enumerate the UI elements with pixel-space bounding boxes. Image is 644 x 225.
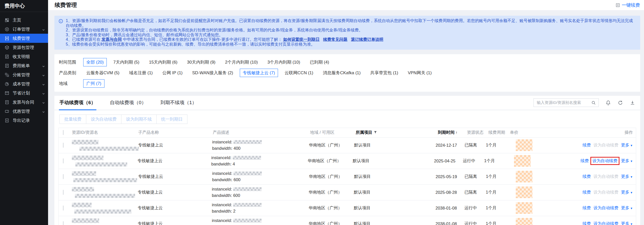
caret-down-icon: ▼ xyxy=(630,144,633,147)
bell-icon[interactable] xyxy=(606,100,611,105)
download-icon[interactable] xyxy=(630,100,635,105)
toolbar-unify-expire-date-button[interactable]: 统一到期日 xyxy=(156,115,187,124)
info-icon xyxy=(58,19,63,24)
resource-name-redacted xyxy=(75,194,135,198)
topbar: 续费管理 一键续费 xyxy=(48,0,644,10)
unit-price-cell xyxy=(507,186,583,198)
product-category-option[interactable]: 域名注册 (1) xyxy=(126,69,156,77)
instance-id-redacted xyxy=(233,219,262,222)
renew-link[interactable]: 续费 xyxy=(583,142,591,148)
time-range-option[interactable]: 3个月内到期 (10) xyxy=(264,58,303,66)
set-auto-renew-link[interactable]: 设为自动续费 xyxy=(593,205,618,211)
invoices-contracts-link[interactable]: 发票与合同 xyxy=(101,37,122,42)
row-checkbox[interactable] xyxy=(63,143,63,148)
set-auto-renew-link[interactable]: 设为自动续费 xyxy=(592,158,617,163)
time-range-option[interactable]: 已到期 (4) xyxy=(307,58,332,66)
search-icon[interactable] xyxy=(591,100,596,105)
tab-expire-nonrenew[interactable]: 到期不续项（1） xyxy=(160,96,197,110)
set-auto-renew-link[interactable]: 设为自动续费 xyxy=(593,174,618,179)
filter-funnel-icon[interactable] xyxy=(374,131,377,134)
instance-id-line: instanceId: xyxy=(212,187,306,192)
sidebar-item-cost-allocation[interactable]: 分账管理 xyxy=(0,70,48,79)
unify-expire-help-link[interactable]: 如何设置统一到期日 xyxy=(283,37,320,42)
renew-link[interactable]: 续费 xyxy=(583,221,591,225)
toolbar-set-expire-nonrenew-button[interactable]: 设为到期不续 xyxy=(121,115,157,124)
select-all-checkbox[interactable] xyxy=(63,130,63,135)
time-range-option[interactable]: 7天内到期 (5) xyxy=(110,58,142,66)
renew-link[interactable]: 续费 xyxy=(583,190,591,195)
search-input[interactable] xyxy=(536,100,591,105)
refresh-icon[interactable] xyxy=(618,100,623,105)
resource-name-redacted xyxy=(73,178,137,182)
sidebar-item-savings-plan[interactable]: 节省计划 xyxy=(0,88,48,98)
row-checkbox[interactable] xyxy=(63,158,63,163)
time-range-option[interactable]: 全部 (20) xyxy=(83,58,107,66)
bandwidth-line: bandwidth: 4 xyxy=(211,162,305,166)
sidebar-item-discounts[interactable]: 优惠管理 xyxy=(0,107,48,116)
tab-manual-renew[interactable]: 手动续费项（6） xyxy=(59,96,96,110)
product-category-option[interactable]: 共享带宽包 (1) xyxy=(367,69,401,77)
sidebar-item-bills[interactable]: 费用账单 xyxy=(0,61,48,70)
more-link[interactable]: 更多▼ xyxy=(621,174,633,179)
product-category-option[interactable]: 专线敏捷上云 (7) xyxy=(240,69,278,77)
notice-line-4: 4、已续费资源可在 发票与合同 中申请发票与合同，已续费未生效的订单可在以下操作… xyxy=(66,37,636,42)
product-category-option[interactable]: 公网 IP (1) xyxy=(159,69,186,77)
row-checkbox[interactable] xyxy=(63,174,63,179)
product-category-option[interactable]: 云联网CCN (1) xyxy=(282,69,316,77)
renew-faq-link[interactable]: 续费常见问题 xyxy=(323,37,348,42)
tab-auto-renew[interactable]: 自动续费项（0） xyxy=(110,96,146,110)
sidebar-item-export-records[interactable]: 导出记录 xyxy=(0,116,48,125)
more-link[interactable]: 更多▼ xyxy=(621,205,633,211)
product-category-option[interactable]: 消息服务CKafka (1) xyxy=(320,69,363,77)
sidebar-item-home[interactable]: 主页 xyxy=(0,15,48,25)
set-auto-renew-link[interactable]: 设为自动续费 xyxy=(593,221,618,225)
resource-name-redacted xyxy=(75,162,127,166)
sidebar-item-resource-packages[interactable]: 资源包管理 xyxy=(0,43,48,52)
renewal-icon xyxy=(5,36,9,41)
set-auto-renew-link[interactable]: 设为自动续费 xyxy=(593,190,618,195)
renew-link[interactable]: 续费 xyxy=(583,174,591,179)
column-header-label: 单价 xyxy=(510,130,518,135)
sidebar-item-cost-management[interactable]: 成本管理 xyxy=(0,79,48,88)
instance-id-line: instanceId: xyxy=(212,218,306,223)
more-link[interactable]: 更多▼ xyxy=(621,158,633,164)
chevron-down-icon xyxy=(42,82,45,85)
product-description-cell: instanceId: bandwidth: 400 xyxy=(212,140,309,151)
sidebar-item-renewal[interactable]: 续费管理 xyxy=(0,34,48,43)
instance-id-redacted xyxy=(233,203,262,207)
region-option[interactable]: 广州 (7) xyxy=(83,79,104,88)
more-link[interactable]: 更多▼ xyxy=(621,190,633,195)
sidebar-item-orders[interactable]: 订单管理 xyxy=(0,25,48,34)
action-cell: 续费设为自动续费更多▼ xyxy=(581,157,636,165)
sidebar-item-invoices-contracts[interactable]: 发票与合同 xyxy=(0,98,48,107)
tabs: 手动续费项（6）自动续费项（0）到期不续项（1） xyxy=(59,96,211,110)
unsubscribe-help-link[interactable]: 退订续费订单说明 xyxy=(351,37,383,42)
resource-id-redacted xyxy=(72,140,98,144)
renew-cycle: 1个月 xyxy=(486,142,507,148)
sidebar-item-transactions[interactable]: 收支明细 xyxy=(0,52,48,61)
time-range-option[interactable]: 15天内到期 (6) xyxy=(146,58,180,66)
renew-link[interactable]: 续费 xyxy=(583,205,591,211)
product-description-cell: instanceId: bandwidth: 600 xyxy=(212,187,309,198)
envelope-icon xyxy=(5,91,9,96)
sort-asc-icon[interactable]: ↑ xyxy=(456,130,458,135)
row-checkbox[interactable] xyxy=(63,190,63,195)
instance-id-label: instanceId: xyxy=(212,140,233,144)
product-category-option[interactable]: VPN网关 (1) xyxy=(405,69,435,77)
toolbar-batch-renew-button[interactable]: 批量续费 xyxy=(59,115,86,124)
product-category-option[interactable]: 云服务器CVM (5) xyxy=(83,69,122,77)
one-click-renew-button[interactable]: 一键续费 xyxy=(615,2,640,8)
more-link[interactable]: 更多▼ xyxy=(621,221,633,225)
set-auto-renew-link[interactable]: 设为自动续费 xyxy=(593,142,618,148)
renew-link[interactable]: 续费 xyxy=(581,158,589,164)
toolbar-set-auto-renew-button[interactable]: 设为自动续费 xyxy=(86,115,121,124)
row-checkbox[interactable] xyxy=(63,205,63,211)
more-link[interactable]: 更多▼ xyxy=(621,142,633,148)
time-range-option[interactable]: 2个月内到期 (10) xyxy=(222,58,261,66)
row-checkbox[interactable] xyxy=(63,221,63,225)
table-row: 专线敏捷上云instanceId: bandwidth: 600华南地区（广州）… xyxy=(59,185,636,200)
instance-id-label: instanceId: xyxy=(212,171,233,176)
product-category-option[interactable]: SD-WAN接入服务 (2) xyxy=(189,69,236,77)
time-range-option[interactable]: 30天内到期 (9) xyxy=(184,58,218,66)
caret-down-icon: ▼ xyxy=(630,175,633,178)
